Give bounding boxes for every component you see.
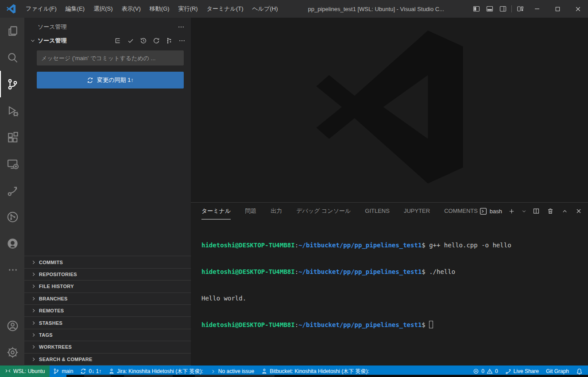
remote-explorer-icon[interactable] xyxy=(0,150,24,177)
tab-gitlens[interactable]: GITLENS xyxy=(365,203,390,219)
maximize-panel-chevron-up-icon[interactable] xyxy=(560,206,569,216)
scm-section-label: ソース管理 xyxy=(38,37,67,45)
terminal-icon xyxy=(480,208,487,215)
toggle-panel-icon[interactable] xyxy=(483,0,496,18)
pane-branches[interactable]: BRANCHES xyxy=(24,292,191,304)
tab-comments[interactable]: COMMENTS xyxy=(444,203,478,219)
pane-tags[interactable]: TAGS xyxy=(24,329,191,341)
chevron-right-icon xyxy=(31,259,37,265)
jira-user-icon xyxy=(108,368,115,374)
maximize-button[interactable] xyxy=(547,0,568,18)
explorer-icon[interactable] xyxy=(0,18,24,44)
chevron-right-icon xyxy=(210,369,216,374)
sync-icon xyxy=(80,368,86,374)
sidebar-title: ソース管理 xyxy=(38,23,67,31)
scm-more-actions-icon[interactable] xyxy=(178,37,186,44)
menu-file[interactable]: ファイル(F) xyxy=(21,0,61,18)
chevron-right-icon xyxy=(31,296,37,302)
terminal-line: hidetoshi@DESKTOP-TU4MB8I:~/bitbucket/pp… xyxy=(201,320,588,329)
split-terminal-icon[interactable] xyxy=(531,206,541,216)
menu-run[interactable]: 実行(R) xyxy=(174,0,202,18)
sidebar-more-actions-icon[interactable] xyxy=(178,23,185,31)
menu-bar: ファイル(F) 編集(E) 選択(S) 表示(V) 移動(G) 実行(R) ター… xyxy=(21,0,282,18)
pane-file-history[interactable]: FILE HISTORY xyxy=(24,280,191,292)
run-debug-icon[interactable] xyxy=(0,97,24,124)
editor-area xyxy=(191,18,588,202)
chevron-right-icon xyxy=(31,356,37,362)
panel-tabs: ターミナル 問題 出力 デバッグ コンソール GITLENS JUPYTER C… xyxy=(201,203,478,219)
shell-label: bash xyxy=(490,208,502,215)
tab-terminal[interactable]: ターミナル xyxy=(201,203,231,219)
live-share-icon xyxy=(505,368,511,374)
vscode-window: ファイル(F) 編集(E) 選択(S) 表示(V) 移動(G) 実行(R) ター… xyxy=(0,0,588,377)
sync-changes-button[interactable]: 変更の同期 1↑ xyxy=(37,72,184,88)
chevron-right-icon xyxy=(31,308,37,314)
menu-terminal[interactable]: ターミナル(T) xyxy=(202,0,248,18)
refresh-icon[interactable] xyxy=(153,37,160,44)
tab-jupyter[interactable]: JUPYTER xyxy=(404,203,430,219)
panel-header: ターミナル 問題 出力 デバッグ コンソール GITLENS JUPYTER C… xyxy=(191,203,588,219)
terminal-output[interactable]: hidetoshi@DESKTOP-TU4MB8I:~/bitbucket/pp… xyxy=(191,219,588,347)
terminal-line: hidetoshi@DESKTOP-TU4MB8I:~/bitbucket/pp… xyxy=(201,241,588,250)
extensions-icon[interactable] xyxy=(0,124,24,150)
settings-gear-icon[interactable] xyxy=(0,339,24,365)
source-control-sidebar: ソース管理 ソース管理 変更の同期 1↑ xyxy=(24,18,191,365)
new-terminal-icon[interactable] xyxy=(507,206,516,216)
pane-stashes[interactable]: STASHES xyxy=(24,316,191,328)
github-icon[interactable] xyxy=(0,230,24,257)
gitlens-panes: COMMITS REPOSITORIES FILE HISTORY BRANCH… xyxy=(24,256,191,365)
tab-debug-console[interactable]: デバッグ コンソール xyxy=(296,203,351,219)
account-icon[interactable] xyxy=(0,312,24,339)
titlebar-divider xyxy=(511,5,512,12)
menu-view[interactable]: 表示(V) xyxy=(117,0,145,18)
scm-toolbar xyxy=(114,37,186,44)
title-bar: ファイル(F) 編集(E) 選択(S) 表示(V) 移動(G) 実行(R) ター… xyxy=(0,0,588,18)
pane-search-compare[interactable]: SEARCH & COMPARE xyxy=(24,353,191,365)
menu-go[interactable]: 移動(G) xyxy=(145,0,174,18)
close-window-button[interactable] xyxy=(568,0,588,18)
commit-check-icon[interactable] xyxy=(127,37,134,44)
toggle-secondary-sidebar-icon[interactable] xyxy=(496,0,510,18)
pane-repositories[interactable]: REPOSITORIES xyxy=(24,268,191,280)
git-graph-icon[interactable] xyxy=(0,204,24,230)
bottom-panel: ターミナル 問題 出力 デバッグ コンソール GITLENS JUPYTER C… xyxy=(191,202,588,365)
tab-problems[interactable]: 問題 xyxy=(245,203,256,219)
customize-layout-icon[interactable] xyxy=(514,0,527,18)
error-icon xyxy=(473,368,479,374)
toggle-sidebar-icon[interactable] xyxy=(470,0,483,18)
view-as-tree-icon[interactable] xyxy=(114,37,121,44)
source-control-icon[interactable] xyxy=(0,71,24,97)
panel-actions: bash xyxy=(480,206,584,216)
minimize-button[interactable] xyxy=(527,0,547,18)
history-icon[interactable] xyxy=(140,37,147,44)
branch-icon xyxy=(53,368,59,374)
terminal-line: hidetoshi@DESKTOP-TU4MB8I:~/bitbucket/pp… xyxy=(201,267,588,276)
menu-edit[interactable]: 編集(E) xyxy=(61,0,89,18)
pane-worktrees[interactable]: WORKTREES xyxy=(24,341,191,353)
window-title: pp_pipelines_test1 [WSL: Ubuntu] - Visua… xyxy=(282,6,470,12)
sync-icon xyxy=(87,77,93,84)
remote-icon xyxy=(5,368,11,374)
sync-button-label: 変更の同期 1↑ xyxy=(97,76,134,84)
pane-remotes[interactable]: REMOTES xyxy=(24,304,191,316)
kill-terminal-trash-icon[interactable] xyxy=(545,206,555,216)
chevron-right-icon xyxy=(31,332,37,338)
shell-selector[interactable]: bash xyxy=(480,208,502,215)
commit-graph-icon[interactable] xyxy=(166,37,173,44)
commit-message-input[interactable] xyxy=(37,50,184,65)
menu-selection[interactable]: 選択(S) xyxy=(89,0,117,18)
pane-commits[interactable]: COMMITS xyxy=(24,256,191,268)
close-panel-icon[interactable] xyxy=(574,206,584,216)
scm-section-header[interactable]: ソース管理 xyxy=(24,34,191,48)
clipped-window-artifact xyxy=(66,375,588,377)
search-icon[interactable] xyxy=(0,44,24,71)
more-views-icon[interactable] xyxy=(0,257,24,283)
vscode-logo-icon xyxy=(6,4,16,14)
shell-dropdown-chevron-icon[interactable] xyxy=(521,206,527,216)
menu-help[interactable]: ヘルプ(H) xyxy=(248,0,282,18)
terminal-cursor xyxy=(429,321,433,328)
tab-output[interactable]: 出力 xyxy=(271,203,282,219)
remote-indicator[interactable]: WSL: Ubuntu xyxy=(0,365,50,377)
bell-icon xyxy=(576,368,583,375)
share-icon[interactable] xyxy=(0,177,24,204)
